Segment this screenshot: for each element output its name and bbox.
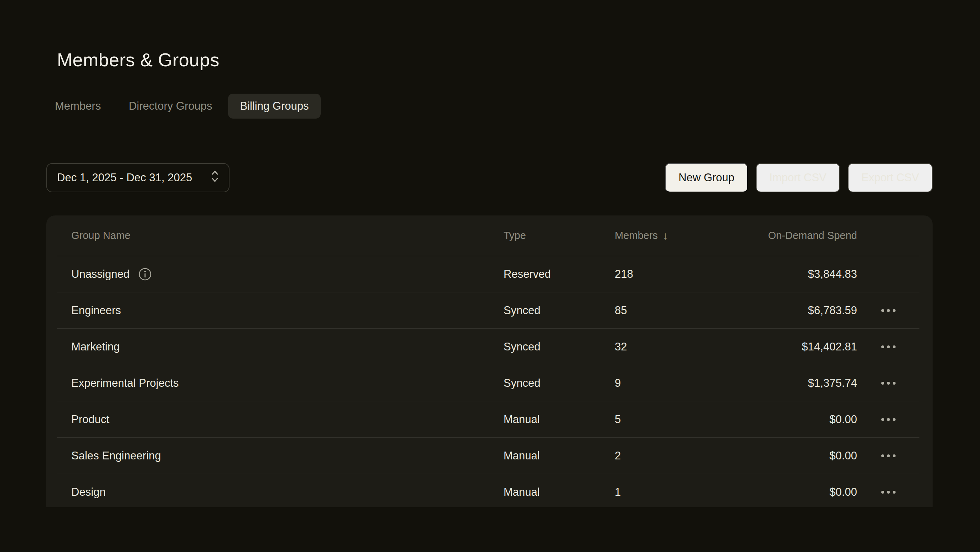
- date-range-value: Dec 1, 2025 - Dec 31, 2025: [57, 171, 192, 184]
- group-members-count: 5: [615, 413, 718, 426]
- group-members-count: 32: [615, 341, 718, 353]
- group-on-demand-spend: $0.00: [718, 486, 857, 498]
- export-csv-button[interactable]: Export CSV: [848, 163, 932, 192]
- group-on-demand-spend: $0.00: [718, 449, 857, 462]
- group-type: Manual: [504, 486, 615, 498]
- group-name: Design: [71, 486, 106, 498]
- dots-menu-button[interactable]: [879, 341, 898, 353]
- dots-menu-button[interactable]: [879, 377, 898, 390]
- dots-menu-button[interactable]: [879, 304, 898, 317]
- group-name: Experimental Projects: [71, 377, 179, 390]
- import-csv-button[interactable]: Import CSV: [756, 163, 840, 192]
- group-type: Synced: [504, 341, 615, 353]
- table-row[interactable]: Engineers Synced 85 $6,783.59: [57, 292, 920, 328]
- column-header-members-label: Members: [615, 230, 658, 241]
- sort-arrow-down-icon: ↓: [663, 230, 668, 242]
- group-members-count: 218: [615, 268, 718, 281]
- column-header-on-demand-spend[interactable]: On-Demand Spend: [718, 230, 857, 241]
- group-members-count: 85: [615, 304, 718, 317]
- table-row[interactable]: Unassigned Reserved 218 $3,844.83: [57, 256, 920, 292]
- billing-groups-table-card: Group Name Type Members ↓ On-Demand Spen…: [46, 216, 932, 507]
- group-type: Manual: [504, 413, 615, 426]
- table-row[interactable]: Product Manual 5 $0.00: [57, 401, 920, 437]
- tab-directory-groups[interactable]: Directory Groups: [116, 94, 224, 119]
- page-title: Members & Groups: [57, 49, 220, 70]
- group-on-demand-spend: $3,844.83: [718, 268, 857, 281]
- dots-menu-button[interactable]: [879, 413, 898, 426]
- tab-billing-groups[interactable]: Billing Groups: [228, 94, 321, 119]
- updown-chevron-icon: [210, 169, 220, 187]
- group-on-demand-spend: $14,402.81: [718, 341, 857, 353]
- dots-menu-button[interactable]: [879, 486, 898, 498]
- table-header-row: Group Name Type Members ↓ On-Demand Spen…: [57, 216, 920, 256]
- column-header-members[interactable]: Members ↓: [615, 230, 718, 242]
- group-members-count: 1: [615, 486, 718, 498]
- group-type: Reserved: [504, 268, 615, 281]
- tab-members[interactable]: Members: [43, 94, 113, 119]
- group-members-count: 9: [615, 377, 718, 390]
- group-members-count: 2: [615, 449, 718, 462]
- group-on-demand-spend: $1,375.74: [718, 377, 857, 390]
- group-type: Manual: [504, 449, 615, 462]
- group-name: Unassigned: [71, 268, 130, 281]
- group-name: Marketing: [71, 341, 120, 353]
- toolbar: Dec 1, 2025 - Dec 31, 2025 New Group Imp…: [46, 163, 932, 192]
- tab-bar: Members Directory Groups Billing Groups: [43, 94, 321, 119]
- new-group-button[interactable]: New Group: [665, 163, 748, 192]
- table-row[interactable]: Design Manual 1 $0.00: [57, 474, 920, 507]
- toolbar-buttons: New Group Import CSV Export CSV: [665, 163, 932, 192]
- table-row[interactable]: Sales Engineering Manual 2 $0.00: [57, 437, 920, 474]
- date-range-select[interactable]: Dec 1, 2025 - Dec 31, 2025: [46, 163, 229, 192]
- billing-groups-table: Group Name Type Members ↓ On-Demand Spen…: [57, 216, 920, 507]
- column-header-group-name[interactable]: Group Name: [71, 230, 504, 241]
- table-body: Unassigned Reserved 218 $3,844.83 Engine…: [57, 256, 920, 507]
- table-row[interactable]: Marketing Synced 32 $14,402.81: [57, 328, 920, 365]
- group-type: Synced: [504, 377, 615, 390]
- group-name: Engineers: [71, 304, 121, 317]
- table-row[interactable]: Experimental Projects Synced 9 $1,375.74: [57, 365, 920, 401]
- info-icon[interactable]: [138, 268, 152, 281]
- column-header-type[interactable]: Type: [504, 230, 615, 241]
- dots-menu-button[interactable]: [879, 449, 898, 462]
- group-type: Synced: [504, 304, 615, 317]
- group-on-demand-spend: $6,783.59: [718, 304, 857, 317]
- group-name: Product: [71, 413, 110, 426]
- group-name: Sales Engineering: [71, 449, 161, 462]
- group-on-demand-spend: $0.00: [718, 413, 857, 426]
